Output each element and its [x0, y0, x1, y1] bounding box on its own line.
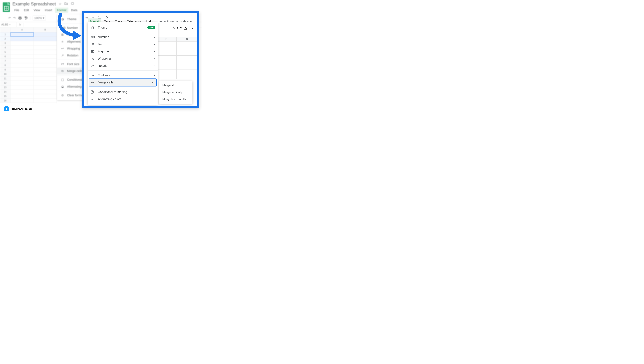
cell[interactable]	[10, 54, 34, 59]
menu-insert[interactable]: Insert	[43, 8, 54, 13]
cell[interactable]	[34, 90, 57, 94]
cell[interactable]	[10, 41, 34, 46]
cell[interactable]	[34, 50, 57, 54]
cell[interactable]	[176, 56, 198, 60]
print-icon[interactable]	[18, 16, 22, 20]
cell[interactable]	[10, 59, 34, 63]
col-header-f[interactable]: F	[156, 37, 176, 42]
row-header[interactable]: 14	[0, 90, 10, 94]
cell[interactable]	[34, 98, 57, 103]
dd-number[interactable]: 123 Number ▶	[88, 34, 158, 41]
submenu-merge-vertically[interactable]: Merge vertically	[159, 89, 192, 96]
cell[interactable]	[34, 54, 57, 59]
submenu-merge-all[interactable]: Merge all	[159, 82, 192, 89]
cell-a2[interactable]	[10, 37, 34, 41]
cell[interactable]	[176, 46, 198, 51]
menu-file[interactable]: File	[12, 8, 21, 13]
dd-alignment[interactable]: Alignment ▶	[88, 48, 158, 55]
cell[interactable]	[176, 65, 198, 70]
row-header[interactable]: 16	[0, 98, 10, 103]
row-header[interactable]: 12	[0, 81, 10, 85]
last-edit-link[interactable]: Last edit was seconds ago	[158, 20, 192, 23]
cell[interactable]	[34, 76, 57, 81]
row-header[interactable]: 3	[0, 41, 10, 46]
row-header[interactable]: 6	[0, 54, 10, 59]
cell[interactable]	[10, 50, 34, 54]
cell[interactable]	[34, 59, 57, 63]
row-header[interactable]: 7	[0, 59, 10, 63]
col-header-g[interactable]: G	[176, 37, 198, 42]
select-all-corner[interactable]	[0, 27, 10, 32]
cell[interactable]	[10, 72, 34, 76]
undo-icon[interactable]: ↶	[8, 16, 11, 20]
cell[interactable]	[176, 51, 198, 56]
col-header-b[interactable]: B	[34, 27, 57, 32]
cell[interactable]	[34, 85, 57, 90]
cell[interactable]	[34, 63, 57, 68]
cell-b2[interactable]	[34, 37, 57, 41]
cell[interactable]	[10, 46, 34, 50]
cell[interactable]	[156, 60, 176, 65]
cell[interactable]	[34, 41, 57, 46]
dd-font-size[interactable]: тT Font size ▶	[88, 72, 158, 79]
bold-button[interactable]: B	[172, 26, 175, 30]
dd-merge-cells[interactable]: Merge cells ▶	[89, 79, 156, 86]
cell-b1[interactable]	[34, 32, 57, 37]
cell[interactable]	[10, 94, 34, 98]
cell[interactable]	[34, 46, 57, 50]
row-header[interactable]: 11	[0, 76, 10, 81]
strikethrough-button[interactable]: S	[180, 26, 182, 30]
zoom-select[interactable]: 100% ▾	[33, 16, 46, 20]
cell[interactable]	[176, 60, 198, 65]
row-header[interactable]: 2	[0, 37, 10, 41]
name-box[interactable]: A1:B2 ▾	[0, 22, 16, 27]
row-header[interactable]: 15	[0, 94, 10, 98]
star-icon[interactable]: ☆	[59, 2, 62, 6]
cell[interactable]	[176, 74, 198, 79]
move-folder-icon[interactable]	[64, 2, 68, 6]
document-title[interactable]: Example Spreadsheet	[12, 2, 56, 6]
cell[interactable]	[10, 76, 34, 81]
menu-data[interactable]: Data	[69, 8, 79, 13]
paint-format-icon[interactable]	[24, 16, 28, 20]
row-header[interactable]: 8	[0, 63, 10, 68]
row-header[interactable]: 1	[0, 32, 10, 37]
dd-alternating-colors[interactable]: Alternating colors	[88, 96, 158, 103]
cell[interactable]	[156, 70, 176, 74]
cloud-status-icon[interactable]	[70, 2, 74, 6]
menu-format[interactable]: Format	[55, 8, 68, 13]
cell[interactable]	[10, 85, 34, 90]
row-header[interactable]: 4	[0, 46, 10, 50]
cell[interactable]	[34, 72, 57, 76]
cell[interactable]	[34, 81, 57, 85]
cell[interactable]	[156, 51, 176, 56]
menu-view[interactable]: View	[32, 8, 42, 13]
cell[interactable]	[156, 74, 176, 79]
cell[interactable]	[34, 94, 57, 98]
dd-rotation[interactable]: Rotation ▶	[88, 62, 158, 70]
menu-edit[interactable]: Edit	[22, 8, 31, 13]
row-header[interactable]: 5	[0, 50, 10, 54]
dd-text[interactable]: B Text ▶	[88, 41, 158, 48]
row-header[interactable]: 13	[0, 85, 10, 90]
cell[interactable]	[156, 56, 176, 60]
text-color-button[interactable]: A	[184, 27, 187, 30]
submenu-merge-horizontally[interactable]: Merge horizontally	[159, 96, 192, 102]
cell[interactable]	[10, 90, 34, 94]
row-header[interactable]: 9	[0, 68, 10, 72]
cell-a1[interactable]	[10, 32, 34, 37]
cell[interactable]	[10, 81, 34, 85]
google-sheets-logo-icon[interactable]	[3, 2, 10, 12]
cell[interactable]	[34, 68, 57, 72]
cell[interactable]	[176, 42, 198, 46]
cell[interactable]	[10, 68, 34, 72]
cell[interactable]	[156, 46, 176, 51]
col-header-a[interactable]: A	[10, 27, 34, 32]
redo-icon[interactable]: ↷	[13, 16, 16, 20]
cell[interactable]	[156, 65, 176, 70]
fill-color-button[interactable]	[192, 26, 195, 30]
cell[interactable]	[156, 42, 176, 46]
dd-theme[interactable]: Theme New	[88, 24, 158, 31]
row-header[interactable]: 10	[0, 72, 10, 76]
italic-button[interactable]: I	[177, 26, 178, 30]
